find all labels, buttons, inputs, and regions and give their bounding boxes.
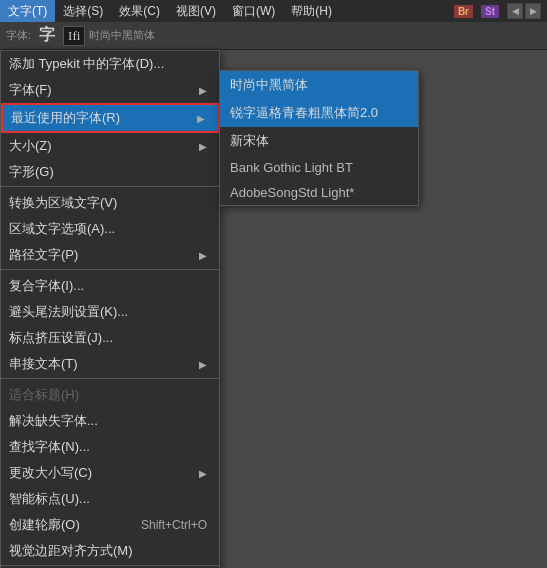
search-label: 时尚中黑简体 (89, 28, 155, 43)
menu-window[interactable]: 窗口(W) (224, 0, 283, 22)
optical-margin-item[interactable]: 视觉边距对齐方式(M) (1, 538, 219, 566)
recent-font-3[interactable]: 新宋体 (220, 127, 418, 155)
glyph-item[interactable]: 字形(G) (1, 159, 219, 187)
text-menu: 添加 Typekit 中的字体(D)... 字体(F) ▶ 最近使用的字体(R)… (0, 50, 220, 568)
fit-headline-item: 适合标题(H) (1, 382, 219, 408)
recent-fonts-submenu: 时尚中黑简体 锐字逼格青春粗黑体简2.0 新宋体 Bank Gothic Lig… (219, 70, 419, 206)
recent-font-2[interactable]: 锐字逼格青春粗黑体简2.0 (220, 99, 418, 127)
menu-bar: 文字(T) 选择(S) 效果(C) 视图(V) 窗口(W) 帮助(H) Br S… (0, 0, 547, 22)
menu-select[interactable]: 选择(S) (55, 0, 111, 22)
smart-punct-item[interactable]: 智能标点(U)... (1, 486, 219, 512)
convert-area-item[interactable]: 转换为区域文字(V) (1, 190, 219, 216)
menu-help[interactable]: 帮助(H) (283, 0, 340, 22)
font-icon: 字 (35, 25, 59, 46)
br-badge[interactable]: Br (454, 5, 473, 18)
toolbar: 字体: 字 Ifi 时尚中黑简体 (0, 22, 547, 50)
recent-font-5[interactable]: AdobeSongStd Light* (220, 180, 418, 205)
create-outlines-item[interactable]: 创建轮廓(O) Shift+Ctrl+O (1, 512, 219, 538)
recent-font-1[interactable]: 时尚中黑简体 (220, 71, 418, 99)
path-item[interactable]: 路径文字(P) ▶ (1, 242, 219, 270)
size-item[interactable]: 大小(Z) ▶ (1, 133, 219, 159)
font-item[interactable]: 字体(F) ▶ (1, 77, 219, 103)
kinsoku-item[interactable]: 避头尾法则设置(K)... (1, 299, 219, 325)
menu-bar-right: Br St ◀ ▶ (454, 3, 547, 19)
arrow-icon: ▶ (199, 250, 207, 261)
recent-fonts-item[interactable]: 最近使用的字体(R) ▶ (1, 103, 219, 133)
menu-view[interactable]: 视图(V) (168, 0, 224, 22)
si-badge[interactable]: St (481, 5, 499, 18)
arrow-icon: ▶ (199, 141, 207, 152)
font-search-area[interactable]: Ifi (63, 26, 85, 46)
arrow-icon: ▶ (199, 359, 207, 370)
recent-font-4[interactable]: Bank Gothic Light BT (220, 155, 418, 180)
change-case-item[interactable]: 更改大小写(C) ▶ (1, 460, 219, 486)
nav-back[interactable]: ◀ (507, 3, 523, 19)
find-font-item[interactable]: 查找字体(N)... (1, 434, 219, 460)
resolve-missing-item[interactable]: 解决缺失字体... (1, 408, 219, 434)
shortcut-text: Shift+Ctrl+O (121, 518, 207, 532)
font-label: 字体: (6, 28, 31, 43)
font-preview-text: Ifi (68, 28, 80, 44)
arrow-icon: ▶ (199, 85, 207, 96)
menu-text[interactable]: 文字(T) (0, 0, 55, 22)
arrow-icon: ▶ (197, 113, 205, 124)
menu-effect[interactable]: 效果(C) (111, 0, 168, 22)
mojikumi-item[interactable]: 标点挤压设置(J)... (1, 325, 219, 351)
add-typekit-item[interactable]: 添加 Typekit 中的字体(D)... (1, 51, 219, 77)
nav-forward[interactable]: ▶ (525, 3, 541, 19)
threaded-item[interactable]: 串接文本(T) ▶ (1, 351, 219, 379)
nav-arrows: ◀ ▶ (507, 3, 541, 19)
composite-item[interactable]: 复合字体(I)... (1, 273, 219, 299)
area-options-item[interactable]: 区域文字选项(A)... (1, 216, 219, 242)
arrow-icon: ▶ (199, 468, 207, 479)
